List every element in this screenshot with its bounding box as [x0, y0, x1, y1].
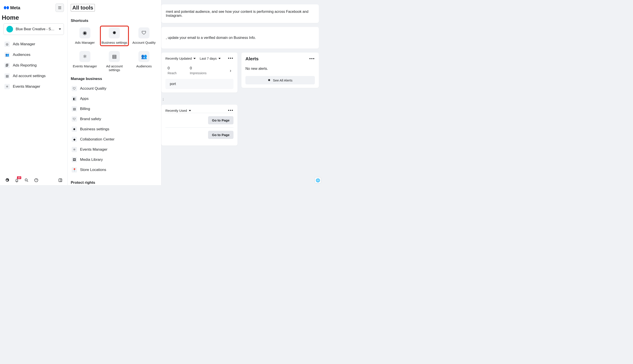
- manage-item-billing[interactable]: ▤ Billing: [71, 104, 158, 113]
- manage-item-store-locations[interactable]: 📍 Store Locations: [71, 166, 158, 174]
- nav-label: Audiences: [13, 52, 30, 57]
- hamburger-menu-button[interactable]: [56, 4, 64, 12]
- alerts-body: No new alerts.: [245, 67, 315, 71]
- page-row: Go to Page: [165, 113, 233, 128]
- caret-down-icon: [59, 28, 61, 30]
- manage-item-account-quality[interactable]: 🛡 Account Quality: [71, 84, 158, 93]
- report-strip[interactable]: port: [165, 79, 233, 89]
- manage-label: Account Quality: [80, 86, 106, 91]
- banner-text-2: , update your email to a verified domain…: [166, 36, 256, 40]
- target-icon: ◎: [5, 42, 10, 47]
- svg-text:?: ?: [36, 179, 37, 181]
- banner-card-1: rrent and potential audience, and see ho…: [161, 4, 319, 23]
- manage-item-media-library[interactable]: 🖼 Media Library: [71, 155, 158, 164]
- manage-item-brand-safety[interactable]: 🛡 Brand safety: [71, 115, 158, 124]
- meta-infinity-icon: [4, 5, 9, 10]
- cube-icon: ◧: [72, 96, 77, 102]
- shortcut-events-manager[interactable]: ⚛ Events Manager: [71, 50, 99, 73]
- more-options-icon[interactable]: •••: [228, 108, 233, 113]
- recently-updated-filter[interactable]: Recently Updated: [165, 56, 196, 60]
- network-icon: ⚛: [72, 147, 77, 152]
- sidebar-item-audiences[interactable]: 👥 Audiences: [4, 50, 64, 60]
- gear-icon: [5, 178, 9, 182]
- graph-icon: ⚛: [79, 51, 90, 62]
- network-icon: ⚛: [5, 84, 10, 89]
- manage-label: Media Library: [80, 158, 103, 162]
- gear-icon: ✸: [72, 126, 77, 132]
- nav-label: Events Manager: [13, 84, 40, 89]
- caret-down-icon: [193, 58, 196, 59]
- go-to-page-button[interactable]: Go to Page: [208, 131, 233, 139]
- gear-icon: ✸: [109, 28, 120, 38]
- shortcuts-heading: Shortcuts: [71, 18, 158, 23]
- settings-icon[interactable]: [5, 178, 10, 183]
- shortcut-account-quality[interactable]: 🛡 Account Quality: [130, 26, 158, 46]
- filter-label: Recently Used: [165, 109, 187, 112]
- panel-icon: [58, 178, 63, 182]
- date-range-filter[interactable]: Last 7 days: [200, 56, 221, 60]
- shortcut-ads-manager[interactable]: ◉ Ads Manager: [71, 26, 99, 46]
- all-tools-title: All tools: [71, 4, 95, 12]
- manage-item-events-manager[interactable]: ⚛ Events Manager: [71, 145, 158, 154]
- recently-used-filter[interactable]: Recently Used: [165, 109, 191, 112]
- sidebar-item-ads-manager[interactable]: ◎ Ads Manager: [4, 39, 64, 49]
- gear-icon: ✸: [268, 78, 271, 82]
- globe-badge-icon[interactable]: 🌐: [315, 177, 321, 183]
- all-tools-panel: All tools Shortcuts ◉ Ads Manager ✸ Busi…: [68, 0, 161, 185]
- report-icon: 🗐: [5, 63, 10, 68]
- shortcut-business-settings[interactable]: ✸ Business settings: [100, 26, 129, 46]
- manage-label: Apps: [80, 96, 89, 101]
- stats-row: 0 Reach 0 Impressions ›: [165, 61, 233, 77]
- protect-rights-heading: Protect rights: [71, 180, 158, 185]
- go-to-page-button[interactable]: Go to Page: [208, 116, 233, 124]
- shortcut-label: Audiences: [136, 64, 152, 68]
- account-selector[interactable]: Blue Bear Creative - Soc...: [4, 24, 64, 35]
- meta-logo-text: Meta: [10, 5, 20, 10]
- shortcut-ad-account-settings[interactable]: ▤ Ad account settings: [100, 50, 129, 73]
- shortcut-audiences[interactable]: 👥 Audiences: [130, 50, 158, 73]
- hamburger-icon: [58, 6, 62, 10]
- banner-card-2: , update your email to a verified domain…: [161, 27, 319, 48]
- sidebar-item-events-manager[interactable]: ⚛ Events Manager: [4, 82, 64, 92]
- impressions-label: Impressions: [190, 71, 206, 75]
- shortcut-label: Ads Manager: [75, 41, 95, 44]
- filter-label: Recently Updated: [165, 56, 192, 60]
- notifications-icon[interactable]: 23: [14, 178, 20, 183]
- chevron-right-icon[interactable]: ›: [230, 68, 231, 73]
- manage-item-collaboration-center[interactable]: ◆ Collaboration Center: [71, 135, 158, 144]
- svg-point-0: [25, 179, 27, 181]
- see-all-alerts-button[interactable]: ✸ See All Alerts: [245, 76, 315, 84]
- alerts-card: Alerts ••• No new alerts. ✸ See All Aler…: [241, 52, 319, 88]
- manage-item-apps[interactable]: ◧ Apps: [71, 94, 158, 103]
- more-options-icon[interactable]: •••: [228, 56, 233, 61]
- manage-label: Billing: [80, 107, 90, 111]
- sidebar-item-ads-reporting[interactable]: 🗐 Ads Reporting: [4, 60, 64, 70]
- banner-text-1: rrent and potential audience, and see ho…: [166, 10, 308, 18]
- shortcut-grid: ◉ Ads Manager ✸ Business settings 🛡 Acco…: [71, 26, 158, 73]
- search-icon[interactable]: [24, 178, 29, 183]
- manage-item-business-settings[interactable]: ✸ Business settings: [71, 125, 158, 134]
- shield-icon: 🛡: [72, 86, 77, 91]
- manage-business-list: 🛡 Account Quality ◧ Apps ▤ Billing 🛡 Bra…: [71, 84, 158, 174]
- manage-label: Store Locations: [80, 168, 106, 172]
- svg-rect-3: [59, 179, 62, 182]
- account-name: Blue Bear Creative - Soc...: [16, 27, 56, 31]
- sidebar-footer: 23 ?: [2, 176, 66, 183]
- stat-impressions: 0 Impressions: [190, 66, 206, 75]
- help-icon[interactable]: ?: [34, 178, 39, 183]
- more-options-icon[interactable]: •••: [309, 56, 315, 61]
- page-title: Home: [2, 14, 66, 24]
- receipt-icon: ▤: [72, 106, 77, 112]
- shortcut-label: Business settings: [102, 41, 127, 44]
- pin-icon: 📍: [72, 167, 77, 172]
- collapse-panel-icon[interactable]: [58, 178, 63, 183]
- magnifier-icon: [24, 178, 29, 182]
- reach-label: Reach: [168, 71, 176, 75]
- shortcut-label: Events Manager: [73, 64, 97, 68]
- sidebar-item-ad-account-settings[interactable]: ▤ Ad account settings: [4, 71, 64, 81]
- stats-card: Recently Updated Last 7 days ••• 0 Reach: [161, 52, 237, 92]
- meta-logo[interactable]: Meta: [4, 5, 20, 10]
- question-icon: ?: [34, 178, 39, 182]
- sidebar-nav-list: ◎ Ads Manager 👥 Audiences 🗐 Ads Reportin…: [2, 39, 66, 92]
- account-avatar: [7, 26, 13, 32]
